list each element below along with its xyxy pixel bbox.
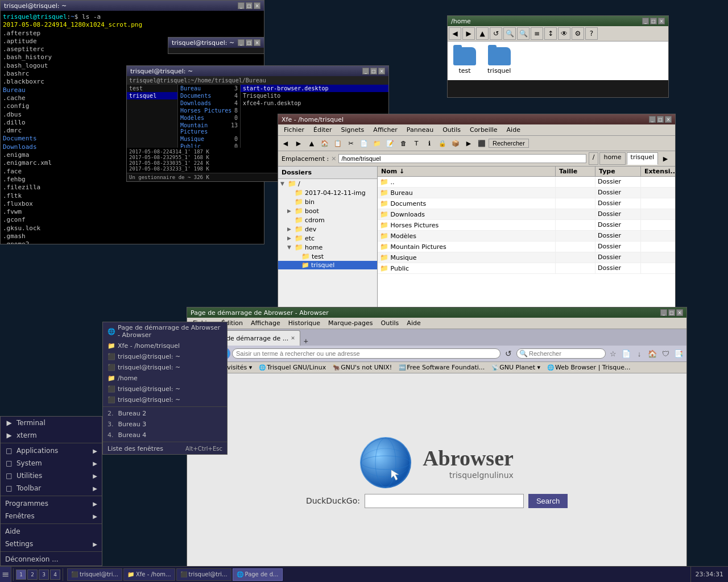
home-refresh-btn[interactable]: ↺ — [490, 27, 502, 40]
xfe-location-x-btn[interactable]: ✕ — [331, 155, 336, 163]
xfe-row-mountain[interactable]: 📁 Mountain Pictures Dossier — [378, 242, 675, 252]
xfe-paste-btn[interactable]: 📄 — [358, 137, 370, 149]
xfe-menu-corbeille[interactable]: Corbeille — [468, 126, 500, 134]
fm-middle-musique[interactable]: Musique0 — [178, 135, 240, 143]
home-minimize[interactable]: _ — [642, 18, 649, 24]
submenu-abrowser[interactable]: 🌐 Page de démarrage de Abrowser - Abrows… — [103, 322, 227, 340]
xfe-new-file[interactable]: 📝 — [384, 137, 396, 149]
bookmark-gnu[interactable]: 🐂 GNU's not UNIX! — [330, 363, 394, 372]
xfe-delete-btn[interactable]: 🗑 — [397, 137, 410, 149]
workspace-3[interactable]: 3 — [39, 569, 49, 580]
xfe-cut-btn[interactable]: ✂ — [345, 137, 357, 149]
xfe-exec-btn[interactable]: ▶ — [462, 137, 475, 149]
fm-middle-downloads[interactable]: Downloads4 — [178, 99, 240, 107]
bookmark-gnuplanet[interactable]: 📡 GNU Planet ▾ — [489, 363, 543, 372]
xfe-path-trisquel[interactable]: trisquel — [627, 152, 658, 165]
xfe-row-musique[interactable]: 📁 Musique Dossier — [378, 252, 675, 263]
fm-middle-documents[interactable]: Documents4 — [178, 92, 240, 99]
tab-close-btn[interactable]: ✕ — [291, 335, 295, 341]
fm-minimize[interactable]: _ — [362, 68, 369, 74]
browser-minimize[interactable]: _ — [660, 309, 667, 316]
workspace-1[interactable]: 1 — [16, 569, 26, 580]
submenu-liste[interactable]: Liste des fenêtres Alt+Ctrl+Esc — [103, 443, 227, 454]
refresh-btn[interactable]: ↺ — [502, 347, 515, 360]
xfe-maximize[interactable]: □ — [657, 116, 664, 123]
xfe-perm-btn[interactable]: 🔒 — [436, 137, 449, 149]
terminal-small-titlebar[interactable]: trisquel@trisquel: ~ _ □ × — [168, 38, 264, 48]
browser-maximize[interactable]: □ — [668, 309, 675, 316]
xfe-rename-btn[interactable]: T — [410, 137, 423, 149]
home-maximize[interactable]: □ — [650, 18, 657, 24]
folder-test[interactable]: test — [453, 47, 476, 74]
shield-btn[interactable]: 🛡 — [660, 348, 671, 359]
xfe-header-ext[interactable]: Extensi... — [641, 167, 675, 176]
xfe-path-arrow[interactable]: ▶ — [659, 152, 672, 165]
folder-trisquel[interactable]: trisquel — [487, 47, 511, 74]
bookmark-fsf[interactable]: 🆓 Free Software Foundati... — [396, 363, 487, 372]
fm-middle-modeles[interactable]: Modèles0 — [178, 114, 240, 122]
app-menu-settings[interactable]: Settings ▶ — [1, 538, 102, 550]
xfe-tree-etc[interactable]: ▶ 📁 etc — [278, 234, 377, 243]
app-menu-aide[interactable]: Aide — [1, 525, 102, 538]
home-zoom-in[interactable]: 🔍 — [503, 27, 516, 40]
browser-menu-outils[interactable]: Outils — [379, 319, 402, 327]
taskbar-start-btn[interactable]: ≡ — [0, 567, 11, 583]
taskbar-win-term[interactable]: ⬛ trisquel@tri... — [67, 568, 122, 581]
xfe-tree-root[interactable]: ▼ 📁 / — [278, 179, 377, 188]
xfe-tree-img[interactable]: 📁 2017-04-12-11-img — [278, 188, 377, 197]
app-menu-fenetres[interactable]: Fenêtres ▶ — [1, 510, 102, 522]
xfe-forward-btn[interactable]: ▶ — [292, 137, 305, 149]
xfe-path-root[interactable]: / — [589, 152, 599, 165]
home-back-btn[interactable]: ◀ — [449, 27, 461, 40]
taskbar-win-browser[interactable]: 🌐 Page de d... — [233, 568, 283, 581]
bookmark-trisquel[interactable]: 🌐 Trisquel GNU/Linux — [257, 363, 328, 372]
xfe-menu-signets[interactable]: Signets — [339, 126, 367, 134]
app-menu-applications[interactable]: □ Applications ▶ — [1, 444, 102, 457]
fm-maximize[interactable]: □ — [370, 68, 377, 74]
submenu-bureau4[interactable]: 4. Bureau 4 — [103, 430, 227, 440]
app-menu-deconnexion[interactable]: Déconnexion ... — [1, 553, 102, 566]
app-menu-toolbar[interactable]: □ Toolbar ▶ — [1, 482, 102, 494]
page-info-btn[interactable]: 📄 — [621, 348, 632, 359]
terminal1-titlebar[interactable]: trisquel@trisquel: ~ _ □ × — [1, 1, 264, 11]
fm-left-trisquel[interactable]: trisquel — [127, 92, 177, 99]
workspace-2[interactable]: 2 — [27, 569, 38, 580]
home-nav-btn[interactable]: 🏠 — [647, 348, 658, 359]
submenu-term1[interactable]: ⬛ trisquel@trisquel: ~ — [103, 351, 227, 362]
home-gear-btn[interactable]: ⚙ — [572, 27, 584, 40]
xfe-menu-aide[interactable]: Aide — [504, 126, 523, 134]
browser-close[interactable]: × — [676, 309, 683, 316]
xfe-row-horses[interactable]: 📁 Horses Pictures Dossier — [378, 220, 675, 231]
browser-menu-historique[interactable]: Historique — [286, 319, 322, 327]
submenu-term4[interactable]: ⬛ trisquel@trisquel: ~ — [103, 394, 227, 405]
xfe-up-btn[interactable]: ▲ — [305, 137, 318, 149]
download-btn[interactable]: ↓ — [634, 348, 645, 359]
home-zoom-out[interactable]: 🔍 — [517, 27, 530, 40]
fm-right-trisquelito[interactable]: Trisquelito — [241, 92, 388, 99]
xfe-terminal-btn[interactable]: ⬛ — [475, 137, 488, 149]
xfe-tree-bin[interactable]: 📁 bin — [278, 197, 377, 206]
xfe-tree-test[interactable]: 📁 test — [278, 252, 377, 261]
home-forward-btn[interactable]: ▶ — [462, 27, 475, 40]
home-titlebar[interactable]: /home _ □ × — [448, 16, 668, 26]
fm-middle-horses[interactable]: Horses Pictures8 — [178, 107, 240, 114]
home-sort-btn[interactable]: ↕ — [544, 27, 557, 40]
home-view-btn[interactable]: ≡ — [531, 27, 543, 40]
submenu-bureau3[interactable]: 3. Bureau 3 — [103, 419, 227, 430]
bookmark-sidebar-btn[interactable]: 📑 — [673, 348, 684, 359]
xfe-tree-cdrom[interactable]: 📁 cdrom — [278, 215, 377, 225]
xfe-menu-editer[interactable]: Éditer — [311, 126, 334, 134]
fm-close[interactable]: × — [378, 68, 385, 74]
minimize-btn-s[interactable]: _ — [238, 39, 245, 46]
browser-menu-aide[interactable]: Aide — [404, 319, 423, 327]
app-menu-xterm[interactable]: ▶ xterm — [1, 429, 102, 442]
xfe-copy-btn[interactable]: 📋 — [332, 137, 344, 149]
xfe-menu-fichier[interactable]: Fichier — [282, 126, 307, 134]
xfe-tree-trisquel[interactable]: 📁 trisquel — [278, 261, 377, 269]
bookmark-webbrowser[interactable]: 🌐 Web Browser | Trisque... — [545, 363, 632, 372]
home-help-btn[interactable]: ? — [585, 27, 598, 40]
xfe-row-modeles[interactable]: 📁 Modèles Dossier — [378, 231, 675, 242]
xfe-row-documents[interactable]: 📁 Documents Dossier — [378, 198, 675, 209]
url-bar[interactable] — [232, 348, 500, 359]
submenu-xfe[interactable]: 📁 Xfe - /home/trisquel — [103, 340, 227, 351]
